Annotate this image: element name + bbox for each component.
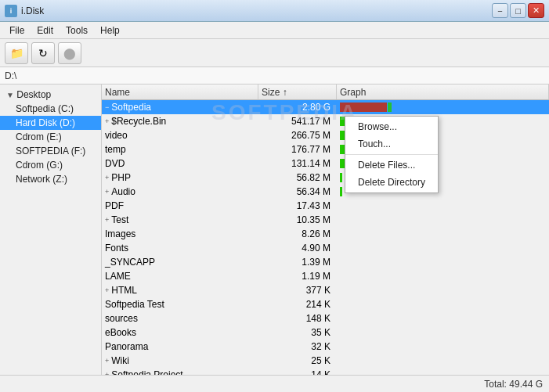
close-button[interactable]: ✕ [528,3,544,18]
file-name: Softpedia Project [111,369,182,376]
file-name-cell: Panorama [102,341,258,352]
table-row[interactable]: temp176.77 M [102,142,549,156]
file-size-cell: 214 K [258,299,337,310]
expand-icon: − [105,103,109,111]
table-row[interactable]: video266.75 M [102,128,549,142]
file-name-cell: +Test [102,214,258,225]
path-label: D:\ [5,70,16,81]
file-name-cell: sources [102,313,258,324]
toolbar: 📁 ↻ ⬤ [0,39,549,67]
context-menu-delete-dir[interactable]: Delete Directory [345,174,438,191]
table-row[interactable]: PDF17.43 M [102,199,549,213]
file-name-cell: PDF [102,200,258,211]
file-name: Panorama [105,341,148,352]
file-size-cell: 148 K [258,313,337,324]
file-name: $Recycle.Bin [111,116,166,127]
col-header-graph[interactable]: Graph [337,85,549,99]
file-name-cell: +$Recycle.Bin [102,116,258,127]
stop-button[interactable]: ⬤ [58,42,81,64]
table-row[interactable]: −Softpedia2.80 G [102,100,549,114]
menu-edit[interactable]: Edit [31,23,60,38]
table-row[interactable]: _SYNCAPP1.39 M [102,255,549,269]
file-size-cell: 1.39 M [258,257,337,268]
file-name-cell: temp [102,144,258,155]
status-bar: Total: 49.44 G [0,375,549,392]
file-size-cell: 541.17 M [258,116,337,127]
table-row[interactable]: LAME1.19 M [102,269,549,283]
file-name-cell: +Wiki [102,355,258,366]
file-name-cell: +Softpedia Project [102,369,258,376]
file-list-header: Name Size ↑ Graph [102,85,549,100]
sidebar-item-network-z[interactable]: Network (Z:) [0,172,101,186]
table-row[interactable]: +Test10.35 M [102,213,549,227]
file-graph-cell [337,102,549,112]
file-name: DVD [105,158,125,169]
context-menu-delete-files[interactable]: Delete Files... [345,156,438,174]
table-row[interactable]: +Wiki25 K [102,354,549,368]
expand-icon: + [105,357,109,365]
graph-bar-green [388,102,392,112]
file-size-cell: 14 K [258,369,337,376]
sidebar-item-desktop[interactable]: ▼ Desktop [0,88,101,102]
col-header-name[interactable]: Name [102,85,258,99]
table-row[interactable]: eBooks35 K [102,325,549,340]
file-name-cell: LAME [102,271,258,282]
table-row[interactable]: +HTML377 K [102,283,549,297]
menu-help[interactable]: Help [94,23,126,38]
table-row[interactable]: Softpedia Test214 K [102,297,549,311]
file-size-cell: 2.80 G [258,102,337,113]
table-row[interactable]: Fonts4.90 M [102,241,549,255]
file-name-cell: Softpedia Test [102,299,258,310]
table-row[interactable]: +PHP56.82 M [102,171,549,185]
app-icon: i [5,5,17,17]
file-name-cell: DVD [102,158,258,169]
context-menu-browse[interactable]: Browse... [345,118,438,135]
file-name: Softpedia [111,102,151,113]
maximize-button[interactable]: □ [510,3,526,18]
sidebar-item-softpedia-f[interactable]: SOFTPEDIA (F:) [0,144,101,158]
file-name: PDF [105,200,124,211]
file-name: video [105,130,128,141]
file-size-cell: 131.14 M [258,158,337,169]
status-label: Total: [484,379,507,390]
file-size-cell: 1.19 M [258,271,337,282]
open-folder-button[interactable]: 📁 [5,42,28,64]
table-row[interactable]: Images8.26 M [102,227,549,241]
table-row[interactable]: +Audio56.34 M [102,185,549,199]
table-row[interactable]: Panorama32 K [102,340,549,354]
title-bar: i i.Disk − □ ✕ [0,0,549,22]
file-size-cell: 377 K [258,285,337,296]
file-name-cell: +PHP [102,172,258,183]
sidebar-item-cdrom-g[interactable]: Cdrom (G:) [0,158,101,172]
file-size-cell: 25 K [258,355,337,366]
expand-icon: + [105,286,109,294]
file-name: sources [105,313,138,324]
refresh-button[interactable]: ↻ [31,42,55,64]
table-row[interactable]: +$Recycle.Bin541.17 M [102,114,549,128]
sidebar-item-softpedia-c[interactable]: Softpedia (C:) [0,102,101,116]
file-size-cell: 4.90 M [258,243,337,254]
file-name: HTML [111,285,137,296]
file-size-cell: 35 K [258,327,337,338]
file-name: Fonts [105,243,128,254]
sidebar-item-harddisk-d[interactable]: Hard Disk (D:) [0,116,101,130]
file-name-cell: −Softpedia [102,102,258,113]
table-row[interactable]: +Softpedia Project14 K [102,368,549,375]
file-name-cell: eBooks [102,327,258,338]
file-name: eBooks [105,327,136,338]
menu-tools[interactable]: Tools [60,23,94,38]
sidebar-item-cdrom-e[interactable]: Cdrom (E:) [0,130,101,144]
context-menu-touch[interactable]: Touch... [345,135,438,153]
graph-bar-green [340,173,342,182]
minimize-button[interactable]: − [492,3,508,18]
file-rows-container: −Softpedia2.80 G+$Recycle.Bin541.17 Mvid… [102,100,549,375]
table-row[interactable]: DVD131.14 M [102,156,549,171]
menu-file[interactable]: File [3,23,31,38]
col-header-size[interactable]: Size ↑ [258,85,337,99]
table-row[interactable]: sources148 K [102,311,549,325]
file-name-cell: +Audio [102,186,258,197]
context-menu: Browse... Touch... Delete Files... Delet… [345,116,439,193]
file-size-cell: 266.75 M [258,130,337,141]
file-list-scroll[interactable]: −Softpedia2.80 G+$Recycle.Bin541.17 Mvid… [102,100,549,375]
file-name: PHP [111,172,131,183]
